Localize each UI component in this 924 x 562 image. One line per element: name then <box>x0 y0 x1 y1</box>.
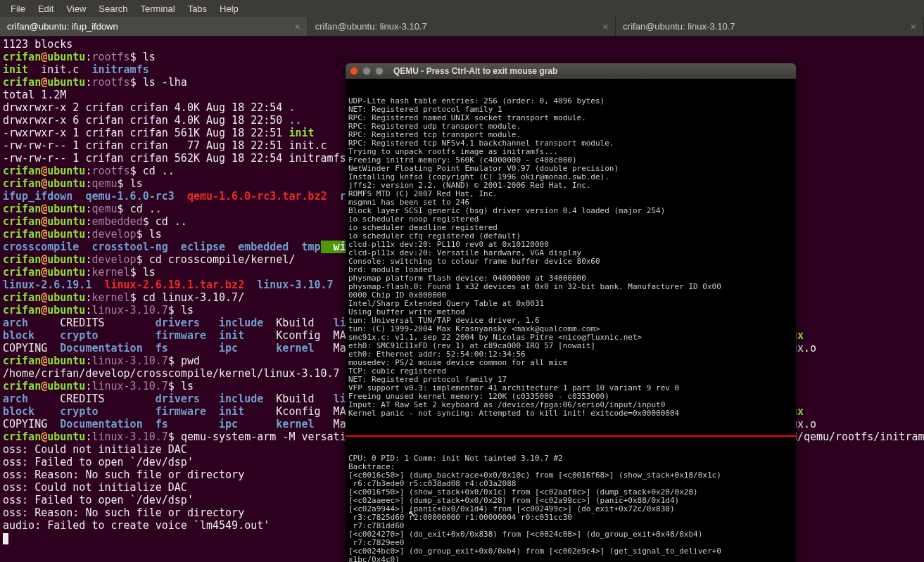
menu-view[interactable]: View <box>60 1 92 16</box>
tab-2[interactable]: crifan@ubuntu: linux-3.10.7 × <box>308 17 616 36</box>
qemu-close-icon[interactable] <box>350 67 358 75</box>
qemu-console[interactable]: UDP-Lite hash table entries: 256 (order:… <box>346 79 796 562</box>
menu-edit[interactable]: Edit <box>32 1 60 16</box>
menu-search[interactable]: Search <box>92 1 134 16</box>
qemu-boot-log: UDP-Lite hash table entries: 256 (order:… <box>348 97 793 418</box>
tab-2-label: crifan@ubuntu: linux-3.10.7 <box>315 21 427 32</box>
qemu-title-text: QEMU - Press Ctrl-Alt to exit mouse grab <box>393 66 557 76</box>
tab-3[interactable]: crifan@ubuntu: linux-3.10.7 × <box>616 17 924 36</box>
qemu-window[interactable]: QEMU - Press Ctrl-Alt to exit mouse grab… <box>346 63 796 562</box>
qemu-minimize-icon[interactable] <box>362 67 371 75</box>
menubar[interactable]: File Edit View Search Terminal Tabs Help <box>0 0 924 17</box>
qemu-panic-divider <box>346 435 796 437</box>
tab-1-close-icon[interactable]: × <box>294 21 300 32</box>
tab-1-label: crifan@ubuntu: ifup_ifdown <box>7 21 118 32</box>
tab-3-label: crifan@ubuntu: linux-3.10.7 <box>623 21 735 32</box>
tab-3-close-icon[interactable]: × <box>911 21 916 32</box>
menu-file[interactable]: File <box>4 1 32 16</box>
menu-terminal[interactable]: Terminal <box>134 1 182 16</box>
qemu-titlebar[interactable]: QEMU - Press Ctrl-Alt to exit mouse grab <box>346 63 796 79</box>
menu-help[interactable]: Help <box>213 1 245 16</box>
qemu-backtrace: CPU: 0 PID: 1 Comm: init Not tainted 3.1… <box>348 454 793 562</box>
menu-tabs[interactable]: Tabs <box>182 1 213 16</box>
tab-1[interactable]: crifan@ubuntu: ifup_ifdown × <box>0 17 308 36</box>
qemu-maximize-icon[interactable] <box>375 67 384 75</box>
tab-bar: crifan@ubuntu: ifup_ifdown × crifan@ubun… <box>0 17 924 37</box>
tab-2-close-icon[interactable]: × <box>602 21 608 32</box>
